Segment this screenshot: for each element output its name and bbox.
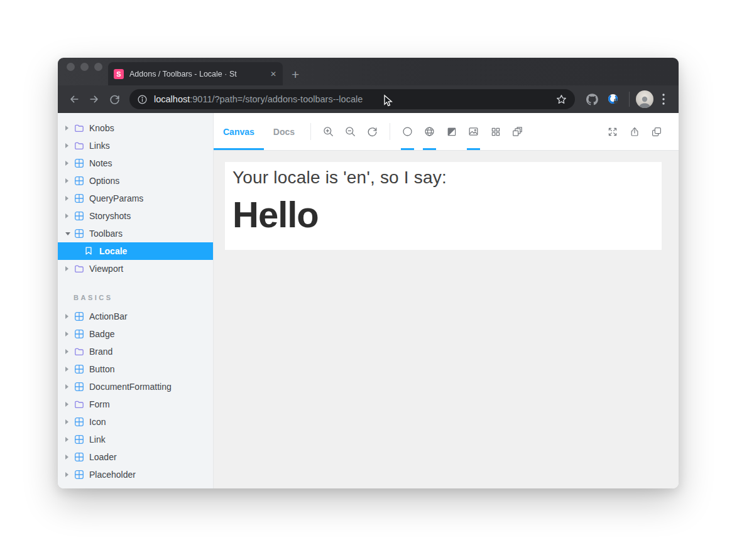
contrast-button[interactable]	[440, 113, 462, 150]
sidebar-item-placeholder[interactable]: Placeholder	[58, 466, 213, 483]
sidebar-item-notes[interactable]: Notes	[58, 154, 213, 172]
globe-button[interactable]	[418, 113, 440, 150]
caret-right-icon[interactable]	[65, 196, 72, 201]
back-icon[interactable]	[65, 90, 83, 108]
caret-right-icon[interactable]	[65, 349, 72, 354]
caret-right-icon[interactable]	[65, 402, 72, 407]
sidebar-item-link[interactable]: Link	[58, 431, 213, 448]
sidebar-item-label: DocumentFormatting	[89, 382, 172, 392]
caret-right-icon[interactable]	[65, 266, 72, 271]
sidebar-item-label: Toolbars	[89, 229, 123, 239]
tab-strip: S Addons / Toolbars - Locale · St ✕ +	[58, 58, 679, 85]
caret-right-icon[interactable]	[65, 419, 72, 424]
storybook-preview: CanvasDocs Your locale is 'en', so I say…	[214, 113, 679, 488]
sidebar-item-label: QueryParams	[89, 193, 143, 203]
caret-right-icon[interactable]	[65, 437, 72, 442]
component-icon	[74, 452, 84, 462]
stack-button[interactable]	[506, 113, 528, 150]
sidebar-item-locale[interactable]: Locale	[58, 242, 213, 260]
forward-icon[interactable]	[85, 90, 103, 108]
share-icon	[629, 126, 640, 137]
fullscreen-button[interactable]	[601, 113, 623, 150]
toolbar-divider	[629, 92, 630, 107]
contrast-icon	[446, 126, 457, 137]
caret-right-icon[interactable]	[65, 143, 72, 148]
sidebar-item-label: Badge	[89, 329, 114, 339]
caret-right-icon[interactable]	[65, 161, 72, 166]
component-icon	[74, 329, 84, 339]
photo-icon	[467, 126, 479, 137]
browser-toolbar: localhost:9011/?path=/story/addons-toolb…	[58, 85, 679, 113]
zoom-out-button[interactable]	[339, 113, 361, 150]
sidebar-item-toolbars[interactable]: Toolbars	[58, 225, 213, 242]
reload-icon[interactable]	[106, 90, 123, 108]
zoom-reset-button[interactable]	[361, 113, 383, 150]
profile-avatar[interactable]	[636, 90, 653, 108]
sidebar-item-button[interactable]: Button	[58, 360, 213, 378]
sidebar-item-form[interactable]: Form	[58, 396, 213, 413]
sidebar-item-label: Notes	[89, 158, 112, 168]
browser-menu-icon[interactable]	[656, 90, 671, 108]
sidebar-item-documentformatting[interactable]: DocumentFormatting	[58, 378, 213, 396]
sidebar-item-links[interactable]: Links	[58, 137, 213, 154]
stack-icon	[511, 126, 523, 137]
sidebar-item-viewport[interactable]: Viewport	[58, 260, 213, 277]
sidebar-item-label: Knobs	[89, 123, 114, 133]
caret-right-icon[interactable]	[65, 472, 72, 477]
circle-icon	[402, 126, 413, 137]
caret-right-icon[interactable]	[65, 178, 72, 183]
url-bar[interactable]: localhost:9011/?path=/story/addons-toolb…	[129, 89, 575, 109]
caret-right-icon[interactable]	[65, 455, 72, 460]
password-extension-icon[interactable]	[604, 90, 623, 109]
sidebar-item-brand[interactable]: Brand	[58, 343, 213, 360]
github-extension-icon[interactable]	[582, 90, 601, 109]
folder-icon	[74, 399, 84, 409]
tab-close-icon[interactable]: ✕	[270, 70, 276, 78]
tab-docs[interactable]: Docs	[264, 113, 304, 150]
sidebar-item-icon[interactable]: Icon	[58, 413, 213, 431]
sidebar-item-label: Icon	[89, 417, 106, 427]
component-icon	[74, 193, 84, 203]
caret-right-icon[interactable]	[65, 314, 72, 319]
sidebar-item-badge[interactable]: Badge	[58, 325, 213, 343]
copy-button[interactable]	[645, 113, 667, 150]
caret-down-icon[interactable]	[65, 232, 72, 235]
zoom-in-button[interactable]	[317, 113, 339, 150]
circle-button[interactable]	[396, 113, 418, 150]
url-text: localhost:9011/?path=/story/addons-toolb…	[154, 94, 555, 104]
photo-button[interactable]	[462, 113, 484, 150]
share-button[interactable]	[623, 113, 645, 150]
grid-button[interactable]	[484, 113, 506, 150]
tab-canvas[interactable]: Canvas	[214, 113, 264, 150]
zoom-reset-icon	[366, 126, 378, 137]
caret-right-icon[interactable]	[65, 384, 72, 389]
bookmark-star-icon[interactable]	[555, 94, 567, 105]
traffic-light-zoom[interactable]	[94, 63, 102, 71]
folder-icon	[74, 123, 84, 133]
sidebar-item-label: Options	[89, 176, 119, 186]
traffic-light-minimize[interactable]	[80, 63, 89, 71]
browser-tab[interactable]: S Addons / Toolbars - Locale · St ✕	[108, 62, 283, 85]
zoom-out-icon	[344, 126, 356, 137]
component-icon	[74, 211, 84, 221]
caret-right-icon[interactable]	[65, 213, 72, 218]
sidebar-item-storyshots[interactable]: Storyshots	[58, 207, 213, 225]
sidebar-item-label: Link	[89, 434, 106, 444]
sidebar-item-actionbar[interactable]: ActionBar	[58, 308, 213, 325]
folder-icon	[74, 347, 84, 357]
sidebar-item-queryparams[interactable]: QueryParams	[58, 190, 213, 207]
sidebar-item-knobs[interactable]: Knobs	[58, 119, 213, 137]
caret-right-icon[interactable]	[65, 126, 72, 131]
url-path: :9011/?path=/story/addons-toolbars--loca…	[190, 94, 363, 104]
browser-window: S Addons / Toolbars - Locale · St ✕ + lo…	[58, 58, 679, 488]
globe-icon	[423, 126, 435, 137]
caret-right-icon[interactable]	[65, 367, 72, 372]
traffic-light-close[interactable]	[67, 63, 75, 71]
sidebar-section-heading: BASICS	[58, 294, 213, 301]
site-info-icon[interactable]	[137, 94, 148, 105]
sidebar-item-options[interactable]: Options	[58, 172, 213, 190]
caret-right-icon[interactable]	[65, 331, 72, 337]
new-tab-button[interactable]: +	[292, 68, 299, 81]
sidebar-item-loader[interactable]: Loader	[58, 448, 213, 466]
sidebar-item-label: Button	[89, 364, 114, 374]
